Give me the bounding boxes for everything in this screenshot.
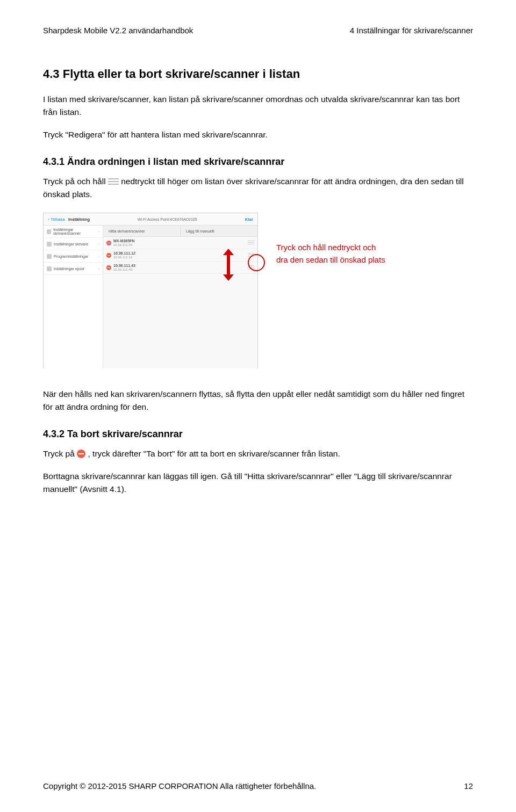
chevron-right-icon: ›: [98, 255, 99, 258]
drag-arrow-icon: [221, 249, 236, 281]
heading-4-3-1: 4.3.1 Ändra ordningen i listan med skriv…: [43, 156, 473, 168]
chevron-right-icon: ›: [98, 242, 99, 246]
printer-name: MX-M365FN: [113, 239, 135, 243]
chevron-right-icon: ›: [98, 230, 99, 234]
header-right: 4 Inställningar för skrivare/scanner: [350, 26, 473, 35]
delete-row-icon[interactable]: [106, 241, 111, 245]
add-manual-button[interactable]: Lägg till manuellt: [181, 226, 257, 237]
page-footer: Copyright © 2012-2015 SHARP CORPORATION …: [43, 781, 473, 791]
sidebar-item-email[interactable]: Inställningar epost ›: [44, 263, 103, 275]
nav-title: Inställning: [68, 217, 90, 222]
sidebar-item-label: Programinställningar: [54, 255, 88, 258]
nav-back[interactable]: ‹ Tillbaka: [48, 217, 65, 222]
para-4-3-2-after: , tryck därefter "Ta bort" för att ta bo…: [88, 449, 340, 458]
printer-name: 10.36.111.43: [113, 264, 135, 267]
annotation-text: Tryck och håll nedtryckt och dra den sed…: [276, 242, 385, 266]
sidebar-item-printer[interactable]: Inställningar skrivare ›: [44, 238, 103, 250]
chevron-right-icon: ›: [98, 267, 99, 271]
sidebar-item-label: Inställningar epost: [54, 267, 84, 271]
para-4-3-1-hold: Tryck på och håll nedtryckt till höger o…: [43, 175, 473, 201]
printer-ip: 10.36.111.43: [113, 268, 135, 271]
page-header: Sharpdesk Mobile V2.2 användarhandbok 4 …: [43, 26, 473, 35]
para-4-3-edit: Tryck "Redigera" för att hantera listan …: [43, 128, 473, 141]
sidebar-item-printer-settings[interactable]: Inställningar skrivare/scanner ›: [44, 226, 103, 238]
drag-handle-icon: [108, 178, 119, 185]
minus-circle-icon: [77, 450, 85, 458]
app-screenshot: ‹ Tillbaka Inställning Wi-Fi Access Poin…: [43, 213, 258, 368]
sidebar-item-program[interactable]: Programinställningar ›: [44, 250, 103, 263]
annotation-line-2: dra den sedan till önskad plats: [276, 254, 385, 266]
printer-row[interactable]: MX-M365FN 10.36.111.45: [103, 237, 257, 249]
heading-4-3-2: 4.3.2 Ta bort skrivare/scannrar: [43, 429, 473, 440]
sidebar-item-label: Inställningar skrivare: [54, 242, 88, 246]
wrench-icon: [47, 266, 52, 271]
para-4-3-1-before: Tryck på och håll: [43, 177, 108, 186]
drag-handle-icon[interactable]: [248, 241, 254, 245]
annotation-line-1: Tryck och håll nedtryckt och: [276, 242, 385, 254]
wrench-icon: [47, 254, 52, 259]
done-button[interactable]: Klar: [245, 217, 253, 222]
wrench-icon: [47, 242, 52, 247]
page-number: 12: [464, 781, 473, 791]
para-4-3-intro: I listan med skrivare/scanner, kan lista…: [43, 93, 473, 119]
para-4-3-1-below: När den hålls ned kan skrivaren/scannern…: [43, 388, 473, 414]
screenshot-and-annotation: ‹ Tillbaka Inställning Wi-Fi Access Poin…: [43, 213, 473, 368]
printer-ip: 10.36.111.12: [113, 256, 135, 259]
delete-row-icon[interactable]: [106, 265, 111, 270]
para-4-3-2-readd: Borttagna skrivare/scannrar kan läggas t…: [43, 470, 473, 496]
printer-ip: 10.36.111.45: [113, 243, 135, 247]
copyright: Copyright © 2012-2015 SHARP CORPORATION …: [43, 781, 316, 791]
highlight-circle-icon: [248, 254, 265, 271]
heading-4-3: 4.3 Flytta eller ta bort skrivare/scanne…: [43, 67, 473, 81]
wifi-label: Wi-Fi Access Point:4CE676AD2105: [90, 218, 245, 221]
button-label: Lägg till manuellt: [186, 229, 214, 233]
printer-name: 10.36.111.12: [113, 251, 135, 255]
find-printer-button[interactable]: Hitta skrivare/scanner: [103, 226, 181, 237]
sidebar-item-label: Inställningar skrivare/scanner: [53, 228, 96, 235]
button-label: Hitta skrivare/scanner: [109, 229, 145, 233]
header-left: Sharpdesk Mobile V2.2 användarhandbok: [43, 26, 193, 35]
wrench-icon: [47, 229, 51, 234]
para-4-3-2-before: Tryck på: [43, 449, 77, 458]
delete-row-icon[interactable]: [106, 253, 111, 258]
para-4-3-2-delete: Tryck på , tryck därefter "Ta bort" för …: [43, 447, 473, 460]
